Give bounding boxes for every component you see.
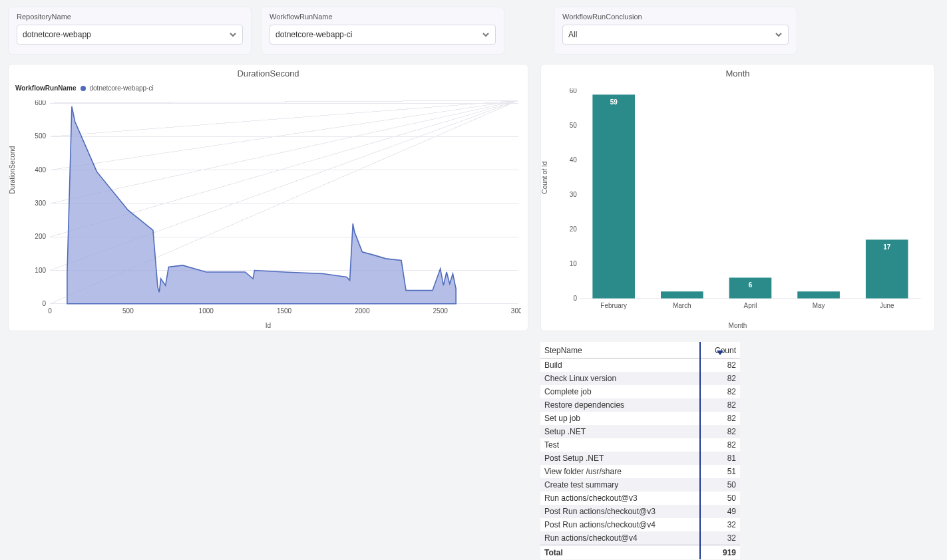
svg-text:10: 10: [570, 260, 577, 267]
step-name-cell: Post Run actions/checkout@v4: [540, 518, 700, 531]
filter-repository-label: RepositoryName: [17, 13, 243, 21]
step-count-cell: 32: [700, 531, 740, 545]
svg-text:3000: 3000: [511, 307, 521, 315]
step-name-cell: Set up job: [540, 412, 700, 425]
legend-color-swatch-icon: [81, 86, 86, 91]
chevron-down-icon: [482, 31, 490, 39]
filter-conclusion: WorkflowRunConclusion All: [554, 7, 797, 55]
step-count-cell: 81: [700, 452, 740, 465]
step-name-cell: Complete job: [540, 385, 700, 398]
svg-text:0: 0: [48, 307, 52, 315]
table-row[interactable]: Set up job82: [540, 412, 740, 425]
step-name-cell: Run actions/checkout@v3: [540, 491, 700, 505]
step-count-cell: 82: [700, 438, 740, 452]
step-count-cell: 82: [700, 398, 740, 412]
svg-text:100: 100: [35, 266, 46, 273]
duration-chart-card[interactable]: DurationSecond WorkflowRunName dotnetcor…: [8, 64, 528, 331]
step-name-cell: Post Setup .NET: [540, 452, 700, 465]
filter-workflow-name-label: WorkflowRunName: [270, 13, 496, 21]
duration-chart-plot-area: 0100200300400500600050010001500200025003…: [34, 100, 521, 316]
legend-series-label: dotnetcore-webapp-ci: [90, 84, 154, 92]
svg-text:600: 600: [35, 100, 46, 106]
duration-chart-legend: WorkflowRunName dotnetcore-webapp-ci: [15, 84, 154, 92]
table-row[interactable]: Complete job82: [540, 385, 740, 398]
step-count-cell: 32: [700, 518, 740, 531]
table-row[interactable]: Run actions/checkout@v432: [540, 531, 740, 545]
step-count-cell: 50: [700, 491, 740, 505]
filter-repository-select[interactable]: dotnetcore-webapp: [17, 25, 243, 45]
chevron-down-icon: [229, 31, 237, 39]
svg-text:500: 500: [35, 132, 46, 140]
duration-chart-ylabel: DurationSecond: [9, 146, 16, 194]
svg-line-18: [50, 100, 518, 103]
table-row[interactable]: Setup .NET82: [540, 425, 740, 438]
table-row[interactable]: Test82: [540, 438, 740, 452]
svg-text:60: 60: [570, 88, 577, 94]
svg-text:0: 0: [573, 295, 577, 302]
duration-chart-svg: 0100200300400500600050010001500200025003…: [34, 100, 521, 316]
filter-conclusion-select[interactable]: All: [562, 25, 789, 45]
step-name-cell: Build: [540, 358, 700, 372]
svg-text:59: 59: [610, 98, 618, 105]
step-count-cell: 49: [700, 505, 740, 518]
svg-text:February: February: [600, 302, 627, 309]
steps-table[interactable]: StepName Count Build82Check Linux versio…: [540, 342, 740, 559]
filter-conclusion-value: All: [568, 30, 577, 39]
steps-table-card: StepName Count Build82Check Linux versio…: [540, 342, 745, 559]
sort-descending-icon: [717, 348, 723, 357]
step-count-cell: 50: [700, 478, 740, 491]
step-name-cell: Restore dependencies: [540, 398, 700, 412]
table-row[interactable]: Run actions/checkout@v350: [540, 491, 740, 505]
filter-repository-value: dotnetcore-webapp: [23, 30, 91, 39]
step-name-cell: View folder /usr/share: [540, 465, 700, 478]
step-name-cell: Run actions/checkout@v4: [540, 531, 700, 545]
step-count-cell: 82: [700, 358, 740, 372]
svg-text:June: June: [880, 302, 894, 309]
filter-repository: RepositoryName dotnetcore-webapp: [8, 7, 252, 55]
svg-line-12: [50, 100, 518, 170]
svg-text:30: 30: [570, 191, 577, 198]
month-chart-ylabel: Count of Id: [541, 162, 548, 194]
svg-text:1500: 1500: [277, 307, 292, 315]
table-row[interactable]: Create test summary50: [540, 478, 740, 491]
month-chart-plot-area: 010203040506059FebruaryMarch6AprilMay17J…: [566, 88, 924, 312]
step-name-cell: Post Run actions/checkout@v3: [540, 505, 700, 518]
svg-text:17: 17: [883, 243, 890, 251]
steps-header-name[interactable]: StepName: [540, 342, 700, 358]
step-count-cell: 82: [700, 372, 740, 385]
svg-rect-39: [661, 291, 703, 298]
table-row[interactable]: Restore dependencies82: [540, 398, 740, 412]
month-chart-xlabel: Month: [729, 322, 747, 329]
chevron-down-icon: [775, 31, 783, 39]
steps-total-label: Total: [540, 545, 700, 560]
table-row[interactable]: Check Linux version82: [540, 372, 740, 385]
steps-total-value: 919: [700, 545, 740, 560]
step-name-cell: Test: [540, 438, 700, 452]
step-name-cell: Check Linux version: [540, 372, 700, 385]
table-row[interactable]: Build82: [540, 358, 740, 372]
step-count-cell: 82: [700, 385, 740, 398]
svg-marker-49: [717, 350, 723, 355]
step-name-cell: Create test summary: [540, 478, 700, 491]
filter-workflow-name-select[interactable]: dotnetcore-webapp-ci: [270, 25, 496, 45]
month-chart-card[interactable]: Month Count of Id Month 010203040506059F…: [540, 64, 935, 331]
svg-line-9: [50, 100, 518, 204]
step-name-cell: Setup .NET: [540, 425, 700, 438]
filter-workflow-name: WorkflowRunName dotnetcore-webapp-ci: [261, 7, 504, 55]
duration-chart-xlabel: Id: [266, 322, 271, 329]
svg-text:500: 500: [122, 307, 134, 315]
svg-text:2000: 2000: [355, 307, 370, 315]
filter-row: RepositoryName dotnetcore-webapp Workflo…: [0, 0, 947, 55]
svg-text:1000: 1000: [199, 307, 214, 315]
table-row[interactable]: View folder /usr/share51: [540, 465, 740, 478]
month-chart-svg: 010203040506059FebruaryMarch6AprilMay17J…: [566, 88, 924, 312]
filter-workflow-name-value: dotnetcore-webapp-ci: [276, 30, 352, 39]
table-row[interactable]: Post Run actions/checkout@v349: [540, 505, 740, 518]
steps-header-count[interactable]: Count: [700, 342, 740, 358]
svg-text:0: 0: [42, 300, 46, 307]
month-chart-title: Month: [541, 65, 934, 78]
svg-text:400: 400: [35, 166, 46, 174]
svg-text:April: April: [744, 302, 757, 309]
table-row[interactable]: Post Run actions/checkout@v432: [540, 518, 740, 531]
table-row[interactable]: Post Setup .NET81: [540, 452, 740, 465]
